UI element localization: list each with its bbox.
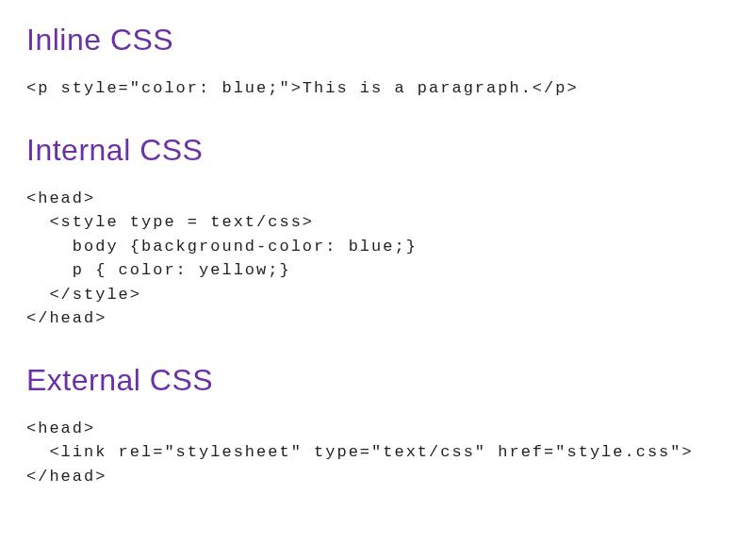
heading-external-css: External CSS — [26, 363, 728, 398]
heading-internal-css: Internal CSS — [26, 133, 728, 168]
section-internal-css: Internal CSS <head> <style type = text/c… — [26, 133, 728, 331]
code-internal-css: <head> <style type = text/css> body {bac… — [26, 187, 728, 331]
code-inline-css: <p style="color: blue;">This is a paragr… — [26, 76, 728, 101]
heading-inline-css: Inline CSS — [26, 23, 728, 58]
section-external-css: External CSS <head> <link rel="styleshee… — [26, 363, 728, 489]
section-inline-css: Inline CSS <p style="color: blue;">This … — [26, 23, 728, 101]
code-external-css: <head> <link rel="stylesheet" type="text… — [26, 417, 728, 489]
